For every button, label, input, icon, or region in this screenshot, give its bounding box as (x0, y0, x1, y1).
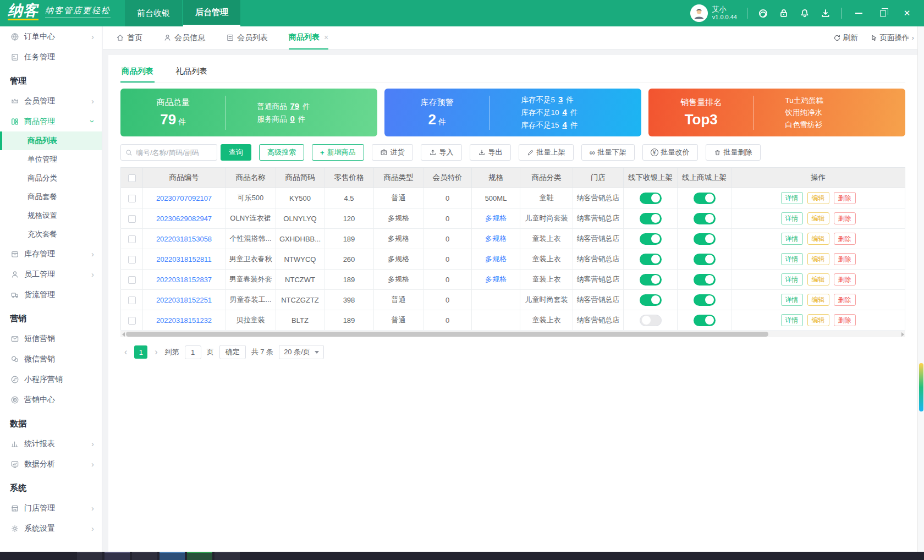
page-tab-member-info[interactable]: 会员信息 (163, 26, 205, 50)
download-icon[interactable] (820, 8, 831, 19)
panel-tab-gift-list[interactable]: 礼品列表 (174, 61, 208, 83)
online-shelf-toggle[interactable] (694, 274, 716, 286)
goods-code-link[interactable]: 20220318152811 (156, 255, 211, 263)
detail-button[interactable]: 详情 (781, 192, 803, 204)
bell-icon[interactable] (799, 8, 810, 19)
sidebar-item-goods-manage[interactable]: 商品管理 › (0, 111, 102, 131)
detail-button[interactable]: 详情 (781, 212, 803, 224)
page-tab-home[interactable]: 首页 (116, 26, 142, 50)
spec-link[interactable]: 多规格 (485, 275, 507, 283)
page-size-select[interactable]: 20 条/页 (279, 345, 324, 359)
sidebar-item-data-analysis[interactable]: 数据分析 › (0, 454, 102, 474)
edit-button[interactable]: 编辑 (807, 314, 829, 326)
add-goods-button[interactable]: +新增商品 (312, 144, 364, 161)
user-box[interactable]: 艾小 v1.0.0.44 (690, 4, 737, 22)
detail-button[interactable]: 详情 (781, 294, 803, 306)
confirm-page-button[interactable]: 确定 (219, 345, 246, 359)
row-checkbox[interactable] (128, 215, 136, 223)
taskbar-app-icon[interactable] (105, 552, 130, 560)
tab-front-cashier[interactable]: 前台收银 (125, 0, 182, 26)
edit-button[interactable]: 编辑 (807, 273, 829, 286)
sidebar-item-marketing-center[interactable]: 营销中心 (0, 389, 102, 410)
taskbar-app-icon[interactable] (77, 552, 102, 560)
row-checkbox[interactable] (128, 317, 136, 325)
delete-button[interactable]: 删除 (834, 253, 856, 265)
offline-shelf-toggle[interactable] (640, 233, 662, 245)
sidebar-item-logistics-manage[interactable]: 货流管理 (0, 284, 102, 305)
window-minimize-button[interactable] (851, 6, 866, 20)
goto-page-input[interactable] (185, 345, 201, 359)
scrollbar-thumb[interactable] (919, 363, 923, 411)
batch-reprice-button[interactable]: ¥ 批量改价 (642, 144, 698, 161)
window-restore-button[interactable] (876, 6, 890, 20)
sidebar-item-stats-report[interactable]: 统计报表 › (0, 433, 102, 454)
row-checkbox[interactable] (128, 297, 136, 304)
online-shelf-toggle[interactable] (694, 233, 716, 245)
edit-button[interactable]: 编辑 (807, 212, 829, 224)
scroll-left-icon[interactable] (120, 331, 126, 337)
horizontal-scrollbar[interactable] (120, 331, 905, 337)
sidebar-subitem-spec-setting[interactable]: 规格设置 (0, 206, 102, 225)
sidebar-subitem-goods-category[interactable]: 商品分类 (0, 169, 102, 188)
offline-shelf-toggle[interactable] (640, 294, 662, 306)
delete-button[interactable]: 删除 (834, 192, 856, 204)
window-close-button[interactable]: ✕ (900, 6, 914, 20)
detail-button[interactable]: 详情 (781, 314, 803, 326)
export-button[interactable]: 导出 (470, 144, 511, 161)
sidebar-item-wechat-marketing[interactable]: 微信营销 (0, 349, 102, 369)
goods-code-link[interactable]: 20220318153058 (156, 235, 212, 243)
page-operations-button[interactable]: 页面操作 › (870, 33, 915, 43)
refresh-button[interactable]: 刷新 (833, 33, 858, 43)
page-number-button[interactable]: 1 (134, 345, 147, 359)
scroll-right-icon[interactable] (900, 331, 905, 337)
sidebar-item-task-manage[interactable]: 任务管理 (0, 47, 102, 67)
taskbar-app-icon[interactable] (215, 552, 240, 560)
page-tab-member-list[interactable]: 会员列表 (226, 26, 268, 50)
delete-button[interactable]: 删除 (834, 233, 856, 245)
goods-code-link[interactable]: 20220318151232 (156, 316, 212, 325)
spec-link[interactable]: 多规格 (485, 214, 507, 222)
sidebar-subitem-recharge-package[interactable]: 充次套餐 (0, 225, 102, 244)
lock-icon[interactable] (778, 8, 789, 19)
sidebar-subitem-goods-list[interactable]: 商品列表 (0, 131, 102, 150)
sidebar-item-miniprogram-marketing[interactable]: 小程序营销 (0, 369, 102, 389)
sidebar-item-order-center[interactable]: 订单中心 › (0, 26, 102, 47)
sidebar-subitem-goods-package[interactable]: 商品套餐 (0, 188, 102, 206)
offline-shelf-toggle[interactable] (640, 213, 662, 224)
online-shelf-toggle[interactable] (694, 315, 716, 326)
taskbar-app-icon[interactable] (160, 552, 185, 560)
offline-shelf-toggle[interactable] (640, 274, 662, 286)
goods-code-link[interactable]: 20230707092107 (156, 194, 212, 202)
online-shelf-toggle[interactable] (694, 254, 716, 265)
online-shelf-toggle[interactable] (694, 193, 716, 204)
offline-shelf-toggle[interactable] (640, 315, 662, 326)
select-all-checkbox[interactable] (128, 174, 136, 182)
sidebar-subitem-unit-manage[interactable]: 单位管理 (0, 150, 102, 169)
edit-button[interactable]: 编辑 (807, 294, 829, 306)
sidebar-item-inventory-manage[interactable]: 库存管理 › (0, 244, 102, 264)
edit-button[interactable]: 编辑 (807, 192, 829, 204)
row-checkbox[interactable] (128, 235, 136, 243)
detail-button[interactable]: 详情 (781, 253, 803, 265)
vertical-scrollbar[interactable] (917, 26, 924, 552)
customer-service-icon[interactable] (757, 8, 768, 19)
sidebar-item-sms-marketing[interactable]: 短信营销 (0, 328, 102, 349)
taskbar-app-icon[interactable] (187, 552, 212, 560)
sidebar-item-member-manage[interactable]: 会员管理 › (0, 91, 102, 111)
close-tab-icon[interactable]: × (324, 33, 328, 42)
spec-link[interactable]: 多规格 (485, 255, 507, 263)
goods-code-link[interactable]: 20220318152837 (156, 276, 212, 284)
sidebar-item-system-setting[interactable]: 系统设置 › (0, 518, 102, 539)
delete-button[interactable]: 删除 (834, 212, 856, 224)
delete-button[interactable]: 删除 (834, 273, 856, 286)
purchase-button[interactable]: 进货 (372, 144, 413, 161)
edit-button[interactable]: 编辑 (807, 253, 829, 265)
detail-button[interactable]: 详情 (781, 273, 803, 286)
row-checkbox[interactable] (128, 276, 136, 284)
batch-delete-button[interactable]: 批量删除 (706, 144, 761, 161)
query-button[interactable]: 查询 (221, 144, 251, 161)
spec-link[interactable]: 多规格 (485, 234, 507, 243)
next-page-icon[interactable]: › (153, 347, 159, 357)
edit-button[interactable]: 编辑 (807, 233, 829, 245)
scrollbar-thumb[interactable] (126, 332, 768, 337)
